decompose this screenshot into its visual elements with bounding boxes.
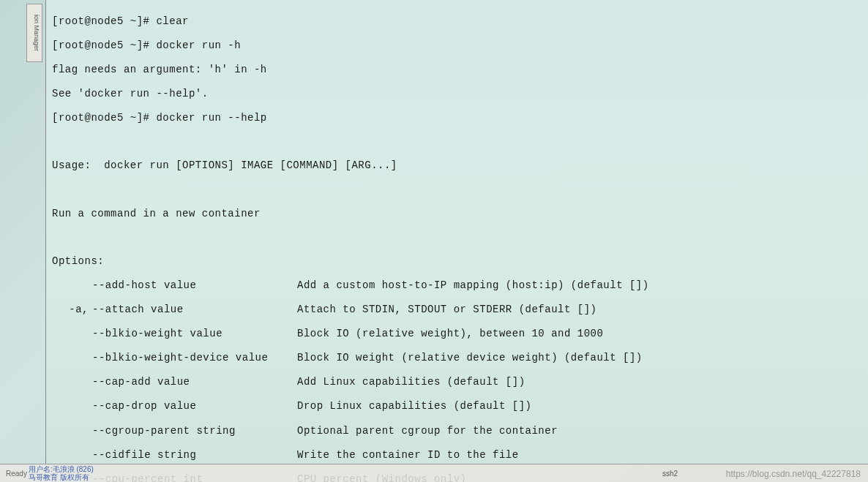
option-flag: --cgroup-parent string bbox=[92, 425, 297, 437]
option-shortflag bbox=[52, 425, 92, 437]
option-flag: --cidfile string bbox=[92, 449, 297, 462]
option-shortflag bbox=[52, 400, 92, 413]
option-shortflag bbox=[52, 352, 92, 364]
option-description: Block IO (relative weight), between 10 a… bbox=[297, 328, 603, 340]
option-row: --blkio-weight-device valueBlock IO weig… bbox=[52, 352, 862, 364]
option-shortflag bbox=[52, 376, 92, 388]
option-flag: --cap-add value bbox=[92, 376, 297, 388]
option-shortflag bbox=[52, 279, 92, 292]
option-description: Block IO weight (relative device weight)… bbox=[297, 352, 643, 364]
option-description: Add Linux capabilities (default []) bbox=[297, 376, 525, 388]
user-name-label: 用户名:毛浪浪 (826) bbox=[29, 465, 94, 473]
copyright-label: 马哥教育 版权所有 bbox=[29, 473, 89, 481]
option-description: Attach to STDIN, STDOUT or STDERR (defau… bbox=[297, 304, 596, 316]
option-flag: --blkio-weight-device value bbox=[92, 352, 297, 364]
option-flag: --attach value bbox=[92, 304, 297, 316]
subtitle-line: Run a command in a new container bbox=[52, 208, 862, 220]
option-description: Optional parent cgroup for the container bbox=[297, 425, 558, 437]
usage-line: Usage: docker run [OPTIONS] IMAGE [COMMA… bbox=[52, 159, 862, 172]
terminal-window[interactable]: [root@node5 ~]# clear [root@node5 ~]# do… bbox=[45, 0, 868, 464]
option-row: --cap-add valueAdd Linux capabilities (d… bbox=[52, 376, 862, 388]
sidebar-tab-label: ion Manager bbox=[33, 15, 40, 51]
option-row: -a,--attach valueAttach to STDIN, STDOUT… bbox=[52, 304, 862, 316]
option-flag: --add-host value bbox=[92, 279, 297, 292]
option-flag: --blkio-weight value bbox=[92, 328, 297, 340]
session-manager-tab[interactable]: ion Manager bbox=[26, 4, 42, 62]
option-row: --blkio-weight valueBlock IO (relative w… bbox=[52, 328, 862, 340]
watermark-text: https://blog.csdn.net/qq_42227818 bbox=[726, 469, 861, 479]
option-row: --cidfile stringWrite the container ID t… bbox=[52, 449, 862, 462]
status-user-info: 用户名:毛浪浪 (826) 马哥教育 版权所有 bbox=[29, 465, 94, 481]
hint-line: See 'docker run --help'. bbox=[52, 88, 862, 100]
option-row: --cgroup-parent stringOptional parent cg… bbox=[52, 425, 862, 437]
option-row: --cap-drop valueDrop Linux capabilities … bbox=[52, 400, 862, 413]
option-description: Add a custom host-to-IP mapping (host:ip… bbox=[297, 279, 649, 292]
prompt-line: [root@node5 ~]# clear bbox=[52, 15, 862, 28]
ssh-indicator: ssh2 bbox=[662, 470, 678, 478]
options-header: Options: bbox=[52, 255, 862, 268]
prompt-line: [root@node5 ~]# docker run -h bbox=[52, 39, 862, 52]
option-description: Drop Linux capabilities (default []) bbox=[297, 400, 531, 413]
option-shortflag bbox=[52, 449, 92, 462]
option-flag: --cap-drop value bbox=[92, 400, 297, 413]
option-description: Write the container ID to the file bbox=[297, 449, 519, 462]
option-shortflag: -a, bbox=[52, 304, 92, 316]
prompt-line: [root@node5 ~]# docker run --help bbox=[52, 112, 862, 124]
option-shortflag bbox=[52, 328, 92, 340]
option-row: --add-host valueAdd a custom host-to-IP … bbox=[52, 279, 862, 292]
ready-label: Ready bbox=[6, 470, 27, 478]
terminal-content: [root@node5 ~]# clear [root@node5 ~]# do… bbox=[52, 3, 862, 482]
error-line: flag needs an argument: 'h' in -h bbox=[52, 64, 862, 76]
